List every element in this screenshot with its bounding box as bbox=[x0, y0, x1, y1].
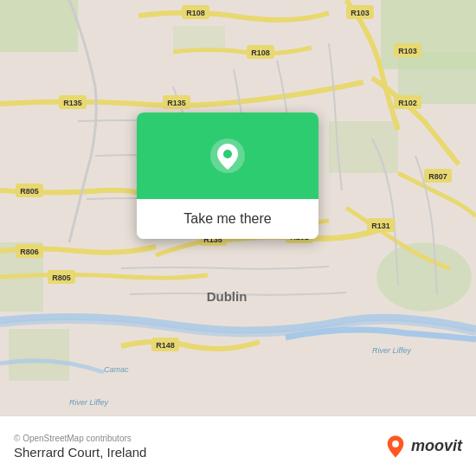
svg-text:R131: R131 bbox=[371, 222, 390, 230]
svg-point-44 bbox=[223, 150, 232, 158]
svg-text:River Liffey: River Liffey bbox=[372, 346, 412, 355]
moovit-text: moovit bbox=[411, 437, 462, 455]
svg-point-6 bbox=[376, 242, 472, 312]
take-me-there-button[interactable]: Take me there bbox=[137, 199, 318, 239]
svg-text:R807: R807 bbox=[428, 172, 447, 181]
moovit-pin-icon bbox=[383, 434, 408, 459]
svg-text:R108: R108 bbox=[251, 48, 270, 57]
bottom-left-info: © OpenStreetMap contributors Sherrard Co… bbox=[14, 434, 146, 460]
attribution-text: © OpenStreetMap contributors bbox=[14, 434, 146, 443]
svg-text:R103: R103 bbox=[351, 9, 370, 17]
svg-text:R102: R102 bbox=[398, 99, 417, 107]
svg-text:R806: R806 bbox=[20, 248, 39, 256]
map-container: R108 R103 R103 R135 R135 R102 R805 R806 … bbox=[0, 0, 476, 415]
moovit-logo: moovit bbox=[383, 434, 462, 459]
svg-rect-1 bbox=[0, 0, 78, 52]
svg-text:River Liffey: River Liffey bbox=[69, 398, 109, 407]
bottom-bar: © OpenStreetMap contributors Sherrard Co… bbox=[0, 415, 476, 476]
popup-header bbox=[137, 113, 318, 199]
svg-rect-7 bbox=[9, 329, 69, 381]
svg-point-45 bbox=[392, 441, 399, 447]
svg-text:R135: R135 bbox=[63, 99, 82, 107]
svg-text:R103: R103 bbox=[398, 47, 417, 55]
svg-text:Camac: Camac bbox=[104, 365, 129, 374]
svg-text:R148: R148 bbox=[156, 341, 175, 350]
svg-text:R108: R108 bbox=[186, 9, 205, 17]
svg-text:R135: R135 bbox=[167, 99, 186, 107]
svg-text:R805: R805 bbox=[20, 187, 39, 196]
popup-card: Take me there bbox=[137, 113, 318, 239]
svg-text:Dublin: Dublin bbox=[207, 289, 248, 304]
location-name: Sherrard Court, Ireland bbox=[14, 445, 146, 460]
location-pin-icon bbox=[209, 137, 247, 175]
svg-text:R805: R805 bbox=[52, 273, 71, 282]
